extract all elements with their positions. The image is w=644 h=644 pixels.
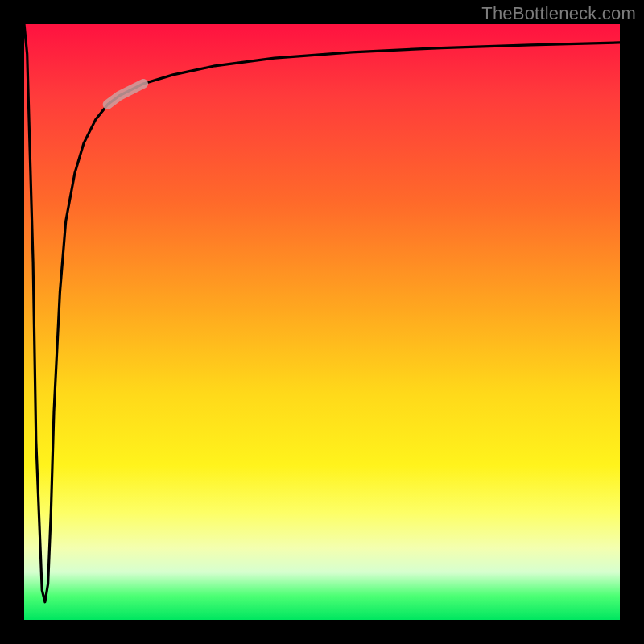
curve-path	[24, 24, 620, 602]
watermark-text: TheBottleneck.com	[481, 3, 636, 24]
curve-highlight-segment	[108, 84, 143, 105]
chart-frame: TheBottleneck.com	[0, 0, 644, 644]
chart-svg	[24, 24, 620, 620]
